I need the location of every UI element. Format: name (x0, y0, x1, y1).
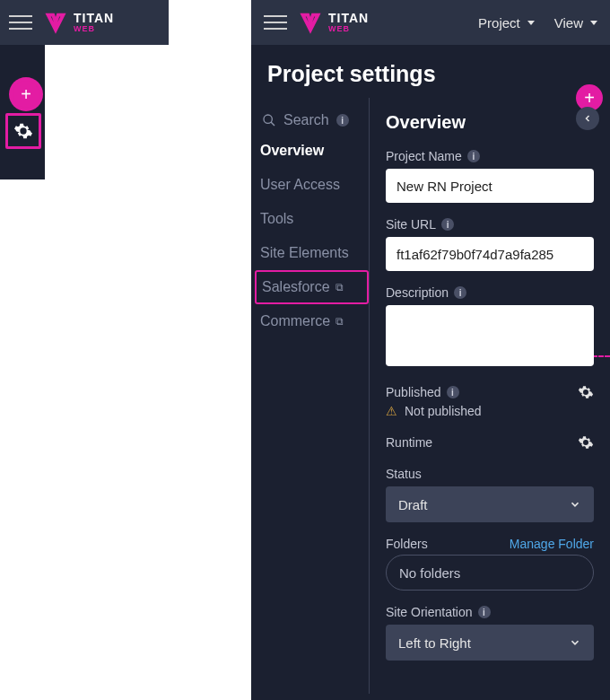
folders-display[interactable]: No folders (386, 555, 594, 591)
section-heading: Overview (386, 112, 594, 133)
nav-search-label: Search (283, 112, 329, 128)
nav-item-commerce[interactable]: Commerce⧉ (257, 304, 369, 338)
brand-title: TITAN (328, 12, 369, 24)
status-select[interactable]: Draft (386, 486, 594, 522)
warning-icon: ⚠ (386, 404, 397, 418)
chevron-down-icon (569, 498, 581, 511)
logo-icon (43, 10, 68, 35)
svg-line-1 (271, 122, 274, 126)
logo-icon (298, 10, 323, 35)
status-value: Draft (398, 497, 428, 512)
left-sidebar (0, 45, 45, 179)
nav-item-salesforce[interactable]: Salesforce⧉ (255, 270, 369, 304)
nav-item-label: User Access (260, 177, 340, 193)
add-button[interactable]: + (13, 81, 39, 108)
nav-item-tools[interactable]: Tools (257, 202, 369, 236)
site-url-label: Site URL (386, 217, 436, 232)
brand-title: TITAN (74, 12, 114, 24)
settings-content: Overview Project Namei Site URLi Descrip… (370, 98, 610, 694)
runtime-settings-button[interactable] (578, 434, 594, 451)
external-link-icon: ⧉ (336, 281, 344, 293)
nav-item-label: Overview (260, 143, 324, 159)
project-name-label: Project Name (386, 149, 462, 163)
gear-icon (578, 384, 594, 400)
external-link-icon: ⧉ (336, 315, 344, 328)
nav-item-label: Commerce (260, 313, 330, 329)
site-url-input[interactable] (386, 237, 594, 271)
nav-item-label: Tools (260, 211, 293, 227)
nav-item-label: Salesforce (262, 279, 330, 295)
brand-logo[interactable]: TITAN WEB (298, 10, 369, 35)
chevron-down-icon (569, 636, 581, 649)
brand-logo[interactable]: TITAN WEB (43, 10, 114, 35)
nav-item-overview[interactable]: Overview (257, 134, 369, 168)
info-icon[interactable]: i (454, 286, 466, 299)
nav-item-user-access[interactable]: User Access (257, 168, 369, 202)
nav-item-label: Site Elements (260, 245, 349, 261)
nav-item-site-elements[interactable]: Site Elements (257, 236, 369, 270)
settings-panel: TITAN WEB Project View Project settings … (251, 0, 610, 700)
collapse-button[interactable] (576, 107, 599, 130)
project-dropdown-label: Project (478, 15, 520, 31)
folders-value: No folders (399, 565, 460, 581)
project-dropdown[interactable]: Project (478, 15, 535, 31)
settings-button[interactable] (5, 113, 41, 149)
gear-icon (13, 121, 33, 141)
folders-label: Folders (386, 537, 428, 551)
project-name-input[interactable] (386, 169, 594, 203)
left-header: TITAN WEB (0, 0, 169, 45)
info-icon[interactable]: i (441, 218, 454, 231)
info-icon[interactable]: i (467, 150, 480, 162)
orientation-select[interactable]: Left to Right (386, 625, 594, 661)
published-settings-button[interactable] (578, 384, 594, 400)
nav-search[interactable]: Search i (257, 107, 369, 134)
description-input[interactable] (386, 305, 594, 366)
view-dropdown[interactable]: View (554, 15, 597, 31)
manage-folder-link[interactable]: Manage Folder (510, 537, 594, 551)
info-icon[interactable]: i (447, 386, 459, 398)
description-label: Description (386, 285, 449, 300)
brand-subtitle: WEB (74, 24, 114, 33)
settings-nav: Search i Overview User Access Tools Site… (251, 98, 370, 694)
runtime-label: Runtime (386, 435, 432, 450)
orientation-label: Site Orientation (386, 605, 473, 619)
page-title: Project settings (251, 45, 610, 98)
view-dropdown-label: View (554, 15, 583, 31)
hamburger-icon[interactable] (264, 11, 287, 34)
chevron-left-icon (582, 113, 593, 124)
info-icon[interactable]: i (478, 606, 491, 618)
search-icon (262, 113, 276, 127)
right-header: TITAN WEB Project View (251, 0, 610, 45)
gear-icon (578, 434, 594, 451)
status-label: Status (386, 467, 422, 481)
svg-point-0 (264, 115, 272, 123)
orientation-value: Left to Right (398, 635, 471, 651)
info-icon[interactable]: i (336, 114, 349, 127)
brand-subtitle: WEB (328, 24, 369, 33)
published-status: Not published (405, 404, 482, 418)
hamburger-icon[interactable] (9, 11, 32, 34)
published-label: Published (386, 385, 441, 399)
